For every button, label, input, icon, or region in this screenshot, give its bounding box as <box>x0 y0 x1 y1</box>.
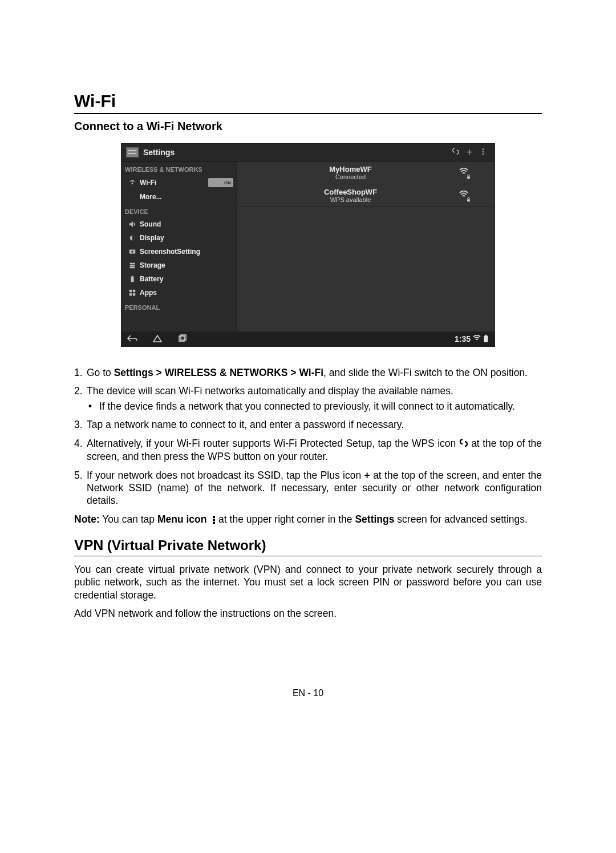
apps-icon <box>128 289 136 296</box>
svg-rect-17 <box>467 176 470 179</box>
note-line: Note: You can tap Menu icon at the upper… <box>74 513 542 525</box>
svg-point-3 <box>132 183 133 184</box>
settings-app-icon <box>126 147 139 157</box>
sound-icon <box>128 221 136 228</box>
settings-sidebar: WIRELESS & NETWORKS Wi-Fi ON More... DEV… <box>121 161 237 332</box>
step-4: 4. Alternatively, if your Wi-Fi router s… <box>74 437 542 463</box>
sidebar-item-label: Sound <box>140 220 161 228</box>
sidebar-item-label: More... <box>140 193 162 201</box>
wps-inline-icon <box>459 438 468 450</box>
svg-rect-18 <box>467 199 470 201</box>
vpn-paragraph-2: Add VPN network and follow the instructi… <box>74 607 542 620</box>
sidebar-item-storage[interactable]: Storage <box>121 258 237 272</box>
sidebar-item-battery[interactable]: Battery <box>121 272 237 286</box>
sidebar-item-label: Display <box>140 234 164 242</box>
svg-rect-2 <box>483 153 484 155</box>
vpn-heading: VPN (Virtual Private Network) <box>74 536 542 555</box>
sidebar-item-sound[interactable]: Sound <box>121 217 237 231</box>
svg-rect-11 <box>131 277 133 282</box>
network-list: MyHomeWF Connected CoffeeShopWF WPS avai… <box>237 161 495 332</box>
vpn-rule <box>74 556 542 556</box>
sidebar-category-device: DEVICE <box>121 204 237 217</box>
network-name: MyHomeWF <box>246 165 455 173</box>
battery-icon <box>128 276 136 282</box>
sidebar-item-screenshot[interactable]: ScreenshotSetting <box>121 245 237 258</box>
svg-rect-10 <box>130 267 135 269</box>
vpn-paragraph-1: You can create virtual private network (… <box>74 563 542 601</box>
svg-rect-9 <box>130 265 135 266</box>
sidebar-category-personal: PERSONAL <box>121 300 237 313</box>
storage-icon <box>128 262 136 269</box>
sidebar-item-label: Battery <box>140 275 163 283</box>
settings-screenshot: Settings + WIRELESS & NETWORKS <box>121 143 495 347</box>
step-2: 2. The device will scan Wi-Fi networks a… <box>74 385 542 413</box>
svg-rect-1 <box>483 151 484 152</box>
network-status: Connected <box>246 173 455 180</box>
svg-rect-12 <box>132 276 133 277</box>
back-icon[interactable] <box>127 334 137 344</box>
svg-rect-13 <box>129 290 132 292</box>
sidebar-item-display[interactable]: Display <box>121 231 237 245</box>
svg-rect-14 <box>133 290 135 292</box>
svg-point-7 <box>131 250 133 253</box>
sidebar-category-wireless: WIRELESS & NETWORKS <box>121 161 237 175</box>
nav-bar: 1:35 <box>121 332 495 346</box>
title-rule <box>74 113 542 114</box>
titlebar-title: Settings <box>143 148 449 157</box>
wifi-signal-secure-icon <box>459 191 468 200</box>
status-battery-icon <box>483 334 489 344</box>
wifi-signal-secure-icon <box>459 168 468 177</box>
sidebar-item-apps[interactable]: Apps <box>121 286 237 300</box>
page-title: Wi-Fi <box>74 91 542 111</box>
step-3: 3.Tap a network name to connect to it, a… <box>74 418 542 431</box>
instruction-body: 1. Go to Settings > WIRELESS & NETWORKS … <box>74 366 542 620</box>
wifi-toggle[interactable]: ON <box>208 178 233 187</box>
subheading: Connect to a Wi-Fi Network <box>74 120 542 133</box>
sidebar-item-label: Apps <box>140 289 157 297</box>
status-wifi-icon <box>473 334 481 343</box>
page-footer: EN - 10 <box>74 688 542 698</box>
svg-rect-21 <box>484 335 488 342</box>
step-5: 5. If your network does not broadcast it… <box>74 469 542 507</box>
sidebar-item-label: ScreenshotSetting <box>140 248 200 256</box>
sidebar-item-label: Storage <box>140 261 165 269</box>
sidebar-item-wifi[interactable]: Wi-Fi ON <box>121 175 237 190</box>
svg-marker-4 <box>129 221 133 228</box>
svg-rect-15 <box>129 293 132 296</box>
step-1: 1. Go to Settings > WIRELESS & NETWORKS … <box>74 366 542 379</box>
display-icon <box>128 235 136 241</box>
network-row[interactable]: MyHomeWF Connected <box>237 161 495 184</box>
add-network-icon[interactable]: + <box>463 148 476 157</box>
wps-icon[interactable] <box>449 147 463 157</box>
home-icon[interactable] <box>152 334 163 344</box>
network-name: CoffeeShopWF <box>246 188 455 196</box>
menu-icon[interactable] <box>476 148 490 157</box>
sidebar-item-label: Wi-Fi <box>140 179 156 187</box>
titlebar: Settings + <box>121 144 495 161</box>
recent-apps-icon[interactable] <box>177 334 188 344</box>
network-status: WPS available <box>246 196 455 203</box>
svg-rect-16 <box>133 293 135 296</box>
network-row[interactable]: CoffeeShopWF WPS available <box>237 184 495 207</box>
sidebar-item-more[interactable]: More... <box>121 190 237 204</box>
screenshot-icon <box>128 248 136 255</box>
wifi-icon <box>128 179 136 186</box>
svg-rect-22 <box>485 334 487 335</box>
step-2-sub: •If the device finds a network that you … <box>87 400 542 413</box>
svg-rect-0 <box>483 148 484 150</box>
menu-inline-icon <box>212 515 216 524</box>
svg-rect-8 <box>130 263 135 265</box>
status-time: 1:35 <box>455 334 471 343</box>
